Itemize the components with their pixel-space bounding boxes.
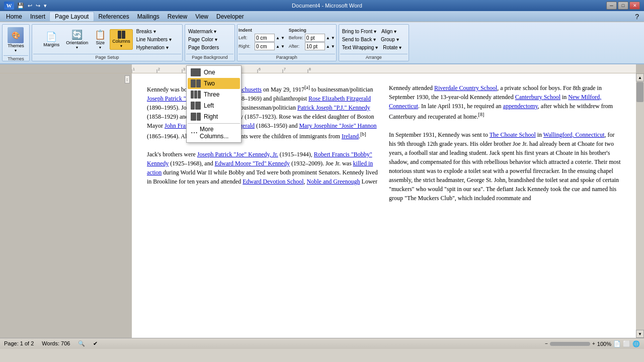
zoom-out-button[interactable]: − — [545, 341, 548, 346]
page-setup-small-btns: Breaks ▾ Line Numbers ▾ Hyphenation ▾ — [134, 28, 174, 51]
arrange-row2: Send to Back ▾ Group ▾ — [340, 36, 401, 43]
indent-left-spin-up[interactable]: ▲ — [276, 36, 280, 40]
page-color-button[interactable]: Page Color ▾ — [186, 36, 219, 43]
one-col-bar — [191, 68, 201, 76]
group-button[interactable]: Group ▾ — [379, 36, 401, 43]
columns-left-label: Left — [204, 102, 214, 109]
menu-insert[interactable]: Insert — [26, 12, 49, 21]
scroll-down-button[interactable]: ▼ — [636, 330, 644, 338]
three-col-bar3 — [198, 90, 201, 99]
align-button[interactable]: Align ▾ — [379, 28, 398, 35]
columns-right-item[interactable]: Right — [188, 111, 240, 122]
indent-right-spin-down[interactable]: ▼ — [281, 44, 285, 49]
indent-right-input[interactable] — [255, 42, 275, 50]
rotate-button[interactable]: Rotate ▾ — [381, 44, 404, 51]
spacing-before-spin-down[interactable]: ▼ — [331, 36, 335, 40]
svg-text:1: 1 — [133, 67, 135, 71]
save-quick-btn[interactable]: 💾 — [16, 2, 25, 10]
link-riverdale[interactable]: Riverdale Country School — [434, 84, 497, 92]
columns-arrow: ▾ — [120, 44, 122, 48]
indent-left-spin-down[interactable]: ▼ — [281, 36, 285, 40]
columns-left-item[interactable]: Left — [188, 100, 240, 111]
hyphenation-button[interactable]: Hyphenation ▾ — [134, 44, 174, 51]
quick-access-dropdown[interactable]: ▾ — [43, 2, 48, 10]
redo-quick-btn[interactable]: ↪ — [35, 2, 41, 10]
view-normal-icon[interactable]: 📄 — [613, 340, 621, 347]
menu-mailings[interactable]: Mailings — [133, 12, 164, 21]
themes-button[interactable]: 🎨 Themes ▾ — [5, 26, 27, 54]
spacing-after-spin-down[interactable]: ▼ — [331, 44, 335, 49]
link-canterbury[interactable]: Canterbury School — [515, 94, 560, 101]
orientation-label: Orientation — [66, 40, 88, 45]
menu-home[interactable]: Home — [2, 12, 26, 21]
themes-icon: 🎨 — [8, 27, 24, 43]
margins-button[interactable]: 📄 Margins — [41, 30, 62, 49]
menu-review[interactable]: Review — [164, 12, 191, 21]
more-columns-icon: ⋯ — [191, 129, 198, 137]
columns-button[interactable]: Columns ▾ — [110, 29, 133, 50]
spacing-after-spin-up[interactable]: ▲ — [326, 44, 330, 49]
right-col-bar1 — [191, 113, 196, 121]
menu-page-layout[interactable]: Page Layout — [49, 12, 94, 21]
view-web-icon[interactable]: 🌐 — [632, 340, 640, 347]
scroll-thumb[interactable] — [636, 82, 643, 102]
columns-label: Columns — [112, 39, 130, 44]
text-wrapping-button[interactable]: Text Wrapping ▾ — [340, 44, 380, 51]
more-columns-item[interactable]: ⋯ More Columns... — [188, 123, 240, 141]
link-mary-josephine[interactable]: Mary Josephine "Josie" Hannon — [299, 122, 376, 129]
columns-three-item[interactable]: Three — [188, 89, 240, 100]
help-button[interactable]: ? — [632, 13, 642, 21]
zoom-in-button[interactable]: + — [592, 341, 595, 346]
spacing-before-spin-up[interactable]: ▲ — [326, 36, 330, 40]
columns-one-item[interactable]: One — [188, 67, 240, 78]
two-column-icon — [191, 79, 201, 87]
close-button[interactable]: ✕ — [629, 2, 640, 10]
bring-to-front-button[interactable]: Bring to Front ▾ — [340, 28, 378, 35]
page-borders-button[interactable]: Page Borders — [186, 44, 221, 51]
scroll-up-button[interactable]: ▲ — [636, 73, 644, 81]
indent-left-input[interactable] — [255, 34, 275, 42]
send-to-back-button[interactable]: Send to Back ▾ — [340, 36, 378, 43]
link-wallingford[interactable]: Wallingford, Connecticut — [543, 131, 605, 138]
quick-access-toolbar: 💾 ↩ ↪ ▾ — [16, 2, 48, 10]
three-col-bar1 — [191, 90, 194, 99]
spacing-title: Spacing — [289, 28, 335, 33]
menu-references[interactable]: References — [94, 12, 133, 21]
minimize-button[interactable]: ─ — [606, 2, 617, 10]
columns-two-item[interactable]: Two — [188, 78, 240, 89]
link-edward-devotion[interactable]: Edward Devotion School — [243, 178, 303, 185]
svg-text:2: 2 — [158, 67, 160, 71]
zoom-slider[interactable] — [550, 342, 590, 346]
col-icon-bar1 — [118, 31, 121, 39]
menu-view[interactable]: View — [191, 12, 212, 21]
link-joe-kennedy-jr[interactable]: Joseph Patrick "Joe" Kennedy, Jr. — [197, 151, 278, 158]
size-btn-group: 📋 Size ▾ — [92, 28, 108, 51]
link-choate[interactable]: The Choate School — [490, 131, 536, 138]
columns-icon — [118, 31, 125, 39]
link-pj-kennedy[interactable]: Patrick Joseph "P.J." Kennedy — [297, 104, 370, 111]
orientation-button[interactable]: 🔄 Orientation ▾ — [63, 28, 91, 51]
indent-section: Indent Left: ▲ ▼ Right: ▲ ▼ — [238, 28, 285, 51]
link-ireland[interactable]: Ireland — [342, 133, 359, 140]
link-rose-fitzgerald[interactable]: Rose Elizabeth Fitzgerald — [308, 95, 371, 102]
line-numbers-button[interactable]: Line Numbers ▾ — [134, 36, 174, 43]
indent-right-spin-up[interactable]: ▲ — [276, 44, 280, 49]
link-appendectomy[interactable]: appendectomy — [503, 103, 538, 110]
size-button[interactable]: 📋 Size ▾ — [92, 28, 108, 51]
page-setup-body: 📄 Margins 🔄 Orientation ▾ 📋 — [33, 26, 181, 53]
word-count: Words: 706 — [42, 340, 70, 347]
link-ted-kennedy[interactable]: Edward Moore "Ted" Kennedy — [215, 160, 290, 167]
undo-quick-btn[interactable]: ↩ — [27, 2, 33, 10]
spacing-after-input[interactable] — [305, 42, 325, 50]
maximize-button[interactable]: □ — [618, 2, 628, 10]
menu-developer[interactable]: Developer — [212, 12, 248, 21]
columns-right-label: Right — [204, 113, 218, 120]
breaks-button[interactable]: Breaks ▾ — [134, 28, 174, 35]
spacing-before-input[interactable] — [305, 34, 325, 42]
link-new-milford[interactable]: New Milford, Connecticut — [389, 94, 601, 110]
ruler-left-margin — [0, 64, 132, 73]
watermark-button[interactable]: Watermark ▾ — [186, 28, 218, 35]
view-full-screen-icon[interactable]: ⬜ — [623, 340, 630, 347]
ribbon-group-arrange: Bring to Front ▾ Align ▾ Send to Back ▾ … — [339, 24, 409, 61]
link-noble-greenough[interactable]: Noble and Greenough — [307, 178, 360, 185]
